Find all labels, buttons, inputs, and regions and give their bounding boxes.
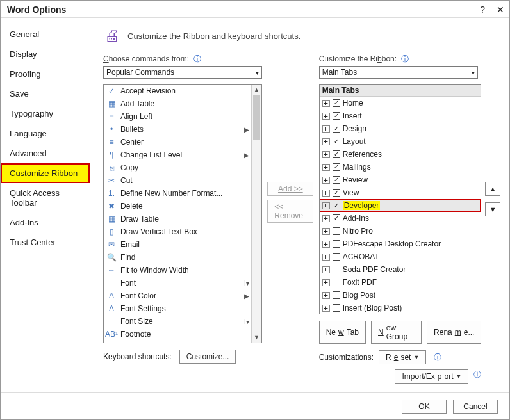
- ok-button[interactable]: OK: [402, 400, 447, 414]
- help-icon[interactable]: ⓘ: [434, 352, 441, 363]
- expand-icon[interactable]: +: [322, 305, 330, 312]
- checkbox[interactable]: [333, 291, 340, 299]
- tab-item-review[interactable]: + Review: [320, 174, 481, 186]
- expand-icon[interactable]: +: [322, 279, 330, 286]
- scrollbar[interactable]: ▲ ▼: [251, 85, 261, 343]
- scroll-up-icon[interactable]: ▲: [252, 85, 261, 95]
- expand-icon[interactable]: +: [322, 164, 330, 171]
- tab-item-design[interactable]: + Design: [320, 122, 481, 135]
- tab-item-insert[interactable]: + Insert: [320, 109, 481, 122]
- sidebar-item-customize-ribbon[interactable]: Customize Ribbon: [1, 163, 90, 183]
- sidebar-item-language[interactable]: Language: [1, 124, 90, 143]
- help-icon[interactable]: ⓘ: [401, 54, 409, 63]
- command-item[interactable]: A Font Color ▶: [104, 289, 251, 302]
- command-item[interactable]: ▦ Add Table: [104, 97, 251, 110]
- move-down-button[interactable]: ▼: [485, 202, 500, 216]
- command-item[interactable]: 🔍 Find: [104, 251, 251, 264]
- tab-item-foxit-pdf[interactable]: + Foxit PDF: [320, 276, 481, 289]
- tab-item-insert-blog-post-[interactable]: + Insert (Blog Post): [320, 302, 481, 314]
- command-item[interactable]: AB¹ Footnote: [104, 328, 251, 341]
- command-item[interactable]: ✉ Email: [104, 238, 251, 251]
- tab-item-nitro-pro[interactable]: + Nitro Pro: [320, 225, 481, 238]
- expand-icon[interactable]: +: [322, 190, 330, 197]
- checkbox[interactable]: [333, 304, 340, 312]
- sidebar-item-display[interactable]: Display: [1, 44, 90, 64]
- scroll-down-icon[interactable]: ▼: [252, 332, 261, 343]
- command-item[interactable]: Font Size I▾: [104, 315, 251, 328]
- expand-icon[interactable]: +: [322, 125, 330, 133]
- command-item[interactable]: ▦ Draw Table: [104, 213, 251, 225]
- new-tab-button[interactable]: New Tab: [319, 321, 366, 344]
- expand-icon[interactable]: +: [322, 100, 330, 107]
- tab-item-add-ins[interactable]: + Add-Ins: [320, 212, 481, 225]
- expand-icon[interactable]: +: [322, 151, 330, 158]
- command-item[interactable]: ▯ Draw Vertical Text Box: [104, 225, 251, 238]
- command-item[interactable]: ↔ Fit to Window Width: [104, 264, 251, 277]
- tab-item-pdfescape-desktop-creator[interactable]: + PDFescape Desktop Creator: [320, 238, 481, 250]
- checkbox[interactable]: [333, 99, 340, 107]
- command-item[interactable]: ✖ Delete: [104, 200, 251, 213]
- move-up-button[interactable]: ▲: [485, 182, 500, 196]
- expand-icon[interactable]: +: [322, 254, 330, 261]
- customize-shortcuts-button[interactable]: Customize...: [179, 350, 236, 364]
- checkbox[interactable]: [333, 189, 340, 197]
- add-button[interactable]: Add >>: [267, 182, 313, 196]
- sidebar-item-save[interactable]: Save: [1, 84, 90, 104]
- expand-icon[interactable]: +: [322, 266, 330, 273]
- checkbox[interactable]: [333, 202, 340, 209]
- tab-item-soda-pdf-creator[interactable]: + Soda PDF Creator: [320, 263, 481, 276]
- checkbox[interactable]: [333, 279, 340, 286]
- command-item[interactable]: Font I▾: [104, 277, 251, 289]
- expand-icon[interactable]: +: [322, 241, 330, 248]
- checkbox[interactable]: [333, 125, 340, 133]
- expand-icon[interactable]: +: [322, 228, 330, 235]
- checkbox[interactable]: [333, 227, 340, 235]
- sidebar-item-advanced[interactable]: Advanced: [1, 143, 90, 163]
- rename-button[interactable]: Rename...: [427, 321, 481, 344]
- tab-item-references[interactable]: + References: [320, 148, 481, 161]
- command-item[interactable]: ¶ Change List Level ▶: [104, 149, 251, 161]
- command-item[interactable]: ✎ Format Painter: [104, 341, 251, 343]
- tab-item-view[interactable]: + View: [320, 186, 481, 199]
- command-item[interactable]: 1. Define New Number Format...: [104, 187, 251, 200]
- command-item[interactable]: • Bullets ▶: [104, 123, 251, 136]
- tab-item-layout[interactable]: + Layout: [320, 135, 481, 148]
- import-export-button[interactable]: Import/Export ▼: [395, 369, 468, 384]
- checkbox[interactable]: [333, 240, 340, 248]
- expand-icon[interactable]: +: [322, 202, 330, 209]
- commands-listbox[interactable]: ✓ Accept Revision ▦ Add Table ≡ Align Le…: [103, 84, 262, 343]
- expand-icon[interactable]: +: [322, 138, 330, 145]
- command-item[interactable]: ✂ Cut: [104, 174, 251, 187]
- checkbox[interactable]: [333, 253, 340, 261]
- command-item[interactable]: ⎘ Copy: [104, 161, 251, 174]
- reset-button[interactable]: Reset ▼: [379, 350, 426, 364]
- expand-icon[interactable]: +: [322, 292, 330, 299]
- command-item[interactable]: ≡ Center: [104, 136, 251, 149]
- checkbox[interactable]: [333, 150, 340, 158]
- tab-item-home[interactable]: + Home: [320, 97, 481, 109]
- sidebar-item-add-ins[interactable]: Add-Ins: [1, 213, 90, 232]
- remove-button[interactable]: << Remove: [267, 200, 313, 223]
- checkbox[interactable]: [333, 163, 340, 171]
- customize-ribbon-dropdown[interactable]: Main Tabs▾: [319, 66, 478, 79]
- checkbox[interactable]: [333, 176, 340, 184]
- tab-item-developer[interactable]: + Developer: [320, 199, 481, 212]
- command-item[interactable]: ✓ Accept Revision: [104, 85, 251, 97]
- sidebar-item-proofing[interactable]: Proofing: [1, 64, 90, 84]
- cancel-button[interactable]: Cancel: [453, 400, 498, 414]
- scroll-thumb[interactable]: [253, 95, 260, 140]
- choose-commands-dropdown[interactable]: Popular Commands▾: [103, 66, 262, 79]
- tabs-tree[interactable]: Main Tabs + Home+ Insert+ Design+ Layout…: [319, 84, 482, 314]
- command-item[interactable]: A Font Settings: [104, 302, 251, 315]
- help-icon[interactable]: ⓘ: [193, 54, 201, 63]
- help-icon[interactable]: ?: [480, 4, 485, 15]
- sidebar-item-typography[interactable]: Typography: [1, 104, 90, 124]
- close-icon[interactable]: ✕: [497, 4, 504, 15]
- checkbox[interactable]: [333, 266, 340, 273]
- sidebar-item-trust-center[interactable]: Trust Center: [1, 232, 90, 252]
- sidebar-item-quick-access-toolbar[interactable]: Quick Access Toolbar: [1, 183, 90, 213]
- expand-icon[interactable]: +: [322, 113, 330, 120]
- command-item[interactable]: ≡ Align Left: [104, 110, 251, 123]
- help-icon[interactable]: ⓘ: [473, 369, 481, 384]
- checkbox[interactable]: [333, 214, 340, 222]
